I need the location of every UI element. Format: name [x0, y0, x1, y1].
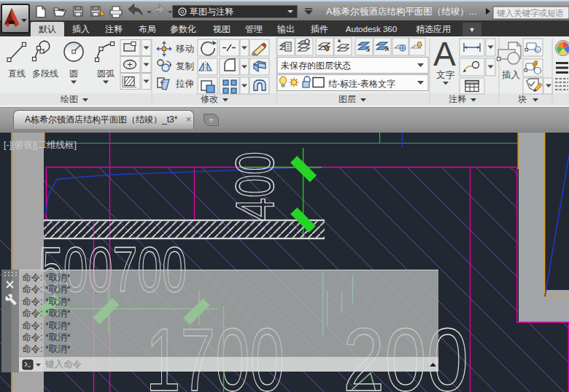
svg-text:键入关键字或短语: 键入关键字或短语	[497, 9, 564, 17]
svg-text:A栋希尔顿酒店结构平面图（结竣）...: A栋希尔顿酒店结构平面图（结竣）...	[326, 7, 476, 17]
svg-text:图层: 图层	[338, 94, 356, 104]
svg-text:[-][俯视][二维线框]: [-][俯视][二维线框]	[4, 140, 77, 150]
svg-text:文字: 文字	[436, 70, 455, 80]
svg-text:复制: 复制	[176, 61, 194, 71]
svg-text:400: 400	[224, 152, 285, 221]
svg-text:直线: 直线	[8, 68, 26, 79]
svg-text:拉伸: 拉伸	[175, 79, 194, 89]
svg-text:绘图: 绘图	[61, 94, 78, 104]
svg-text:移动: 移动	[176, 44, 194, 54]
svg-text:草图与注释: 草图与注释	[190, 7, 233, 17]
svg-text:圆: 圆	[69, 68, 78, 79]
svg-text:多段线: 多段线	[32, 68, 58, 79]
svg-text:结-标注-表格文字: 结-标注-表格文字	[328, 79, 395, 89]
svg-text:块: 块	[517, 94, 527, 104]
svg-text:A: A	[433, 36, 456, 73]
svg-text:修改: 修改	[201, 94, 218, 104]
svg-text:注释: 注释	[449, 94, 466, 104]
svg-text:未保存的图层状态: 未保存的图层状态	[281, 60, 351, 71]
svg-text:插入: 插入	[502, 70, 521, 80]
svg-text:圆弧: 圆弧	[97, 68, 115, 79]
